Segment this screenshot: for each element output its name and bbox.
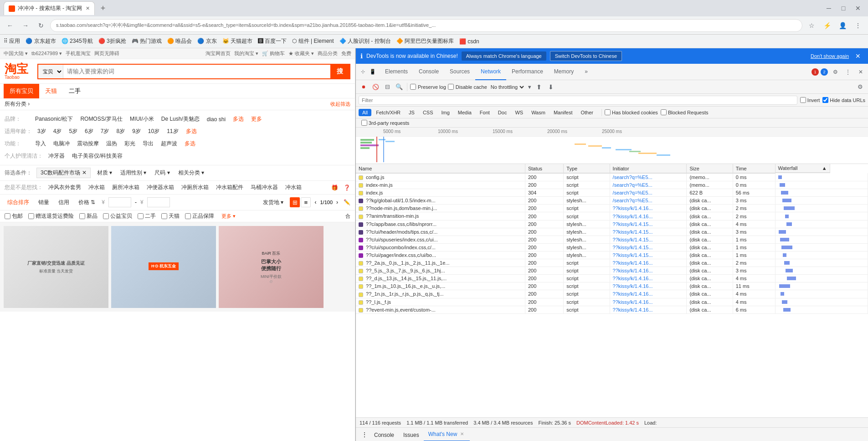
list-view-btn[interactable]: ≡ [301, 197, 311, 207]
initiator-link[interactable]: ??kissy/k/1.4.16... [613, 283, 653, 289]
type-ws[interactable]: WS [511, 109, 527, 116]
func-color[interactable]: 彩光 [123, 139, 137, 148]
func-export[interactable]: 导出 [141, 139, 155, 148]
check-second[interactable]: 二手 [138, 212, 156, 220]
row-initiator[interactable]: ??kissy/k/1.4.16... [610, 282, 687, 290]
disable-cache-label[interactable]: Disable cache [448, 84, 487, 90]
filter-input[interactable] [359, 96, 797, 105]
more-filters-btn[interactable]: 更多 ▾ [221, 213, 236, 220]
tb-nav-tmall[interactable]: 天猫 [39, 84, 63, 98]
table-row[interactable]: ??anim/transition-min.js 200 script ??ki… [356, 212, 868, 220]
bookmark-btn[interactable]: ☆ [805, 19, 818, 32]
product-card-2[interactable]: H·D 杭东五金 [111, 226, 216, 308]
menu-btn[interactable]: ⋮ [852, 19, 864, 32]
row-initiator[interactable]: /search?q=%E5... [610, 181, 687, 189]
type-doc[interactable]: Doc [494, 109, 511, 116]
type-css[interactable]: CSS [419, 109, 437, 116]
bottom-tab-console[interactable]: Console [370, 428, 399, 441]
blocked-cookies-checkbox[interactable] [605, 109, 611, 115]
brand-miui[interactable]: MIUI/小米 [128, 115, 156, 123]
table-row[interactable]: ??node-min.js,dom/base-min.j... 200 scri… [356, 205, 868, 212]
brand-multi[interactable]: 多选 [231, 115, 246, 123]
col-header-status[interactable]: Status [525, 164, 563, 173]
check-return[interactable]: 赠送退货运费险 [28, 212, 74, 220]
third-party-label[interactable]: 3rd-party requests [361, 120, 409, 126]
func-pc[interactable]: 电脑冲 [51, 139, 72, 148]
col-header-type[interactable]: Type [564, 164, 610, 173]
preserve-log-checkbox[interactable] [410, 84, 416, 90]
profile-btn[interactable]: 👤 [836, 19, 849, 32]
bookmark-vip[interactable]: 🟠 唯品会 [167, 37, 192, 45]
edit-icon[interactable]: ✏️ [344, 199, 350, 205]
row-initiator[interactable]: ??kissy/k/1.4.16... [610, 205, 687, 212]
new-tab-btn[interactable]: + [97, 2, 109, 15]
row-initiator[interactable]: ??kissy/k/1.4.16... [610, 275, 687, 282]
tab-console[interactable]: Console [413, 64, 444, 80]
tb-account[interactable]: tb62247989 ▾ [31, 51, 62, 56]
initiator-link[interactable]: ??kissy/k/1.4.15... [613, 221, 653, 227]
cond-gender[interactable]: 适用性别 ▾ [118, 169, 148, 177]
type-img[interactable]: Img [438, 109, 453, 116]
initiator-link[interactable]: ??kissy/k/1.4.16... [613, 307, 653, 313]
whatsnew-close-btn[interactable]: ✕ [459, 431, 465, 437]
brand-more[interactable]: 更多 [249, 115, 264, 123]
active-browser-tab[interactable]: 冲冲冲 - 搜索结果 - 淘宝网 ✕ [4, 1, 95, 15]
address-bar[interactable]: s.taobao.com/search?q=冲冲冲&imgfile=&comme… [50, 19, 802, 32]
tab-network[interactable]: Network [475, 64, 506, 80]
export-btn[interactable]: ⬇ [546, 82, 556, 92]
filter-toggle-btn[interactable]: ⊟ [382, 82, 392, 92]
sort-credit[interactable]: 信用 [56, 198, 72, 207]
initiator-link[interactable]: /search?q=%E5... [613, 182, 652, 188]
type-media[interactable]: Media [454, 109, 475, 116]
initiator-link[interactable]: ??kissy/k/1.4.16... [613, 276, 653, 281]
func-import[interactable]: 导入 [33, 139, 48, 148]
personal-beauty[interactable]: 电子美容仪/科技美容 [70, 152, 124, 160]
initiator-link[interactable]: /search?q=%E5... [613, 174, 652, 180]
preserve-log-label[interactable]: Preserve log [410, 84, 446, 90]
initiator-link[interactable]: ??kissy/k/1.4.16... [613, 205, 653, 211]
cond-related[interactable]: 相关分类 ▾ [176, 169, 206, 177]
import-btn[interactable]: ⬆ [534, 82, 544, 92]
age-multi[interactable]: 多选 [184, 127, 199, 136]
hide-data-urls-label[interactable]: Hide data URLs [822, 97, 865, 103]
sort-price[interactable]: 价格 ⇅ [76, 198, 98, 207]
check-new[interactable]: 新品 [79, 212, 98, 220]
tb-search-input[interactable] [63, 65, 330, 78]
check-tmall[interactable]: 天猫 [161, 212, 180, 220]
bookmark-iconfont[interactable]: 🔶 阿里巴巴矢量图标库 [396, 37, 454, 45]
gear-btn[interactable]: ⚙ [855, 82, 865, 92]
func-heat[interactable]: 温热 [104, 139, 119, 148]
dont-show-again-link[interactable]: Don't show again [811, 53, 849, 59]
table-row[interactable]: ??_d.js,_13.js,_14.js,_15.js,_11.js,... … [356, 275, 868, 282]
bookmark-apps[interactable]: ⠿ 应用 [4, 37, 20, 45]
row-initiator[interactable]: ??kissy/k/1.4.16... [610, 298, 687, 306]
minimize-btn[interactable]: ─ [822, 2, 835, 15]
check-free-ship[interactable]: 包邮 [5, 212, 23, 220]
initiator-link[interactable]: ??kissy/k/1.4.15... [613, 237, 653, 242]
tab-close-btn[interactable]: ✕ [86, 5, 90, 11]
col-header-initiator[interactable]: Initiator [610, 164, 687, 173]
tb-nav-second[interactable]: 二手 [63, 84, 87, 98]
blocked-cookies-label[interactable]: Has blocked cookies [605, 109, 658, 115]
tb-search-category[interactable]: 宝贝 [38, 65, 63, 78]
brand-diaoshi[interactable]: diao shi [205, 116, 227, 123]
check-genuine[interactable]: 正品保障 [185, 212, 214, 220]
tb-collect-filter[interactable]: 收起筛选 [330, 101, 350, 108]
row-initiator[interactable]: /search?q=%E5... [610, 173, 687, 181]
col-header-name[interactable]: Name [356, 164, 525, 173]
cursor-icon-btn[interactable]: ⊹ [358, 67, 368, 77]
row-initiator[interactable]: /search?q=%E5... [610, 189, 687, 197]
tb-allcat-link[interactable]: 所有分类 › [5, 100, 30, 108]
initiator-link[interactable]: ??kissy/k/1.4.16... [613, 214, 653, 219]
bottom-menu-icon[interactable]: ⋮ [360, 430, 370, 440]
initiator-link[interactable]: ??kissy/k/1.4.16... [613, 291, 653, 297]
maximize-btn[interactable]: □ [837, 2, 850, 15]
type-font[interactable]: Font [476, 109, 493, 116]
hide-data-urls-checkbox[interactable] [822, 97, 828, 103]
suggest-2[interactable]: 冲水箱 [87, 183, 107, 192]
suggest-7[interactable]: 马桶冲水器 [249, 183, 280, 192]
clear-btn[interactable]: 🚫 [370, 82, 380, 92]
age-5[interactable]: 5岁 [67, 127, 79, 136]
type-fetch-xhr[interactable]: Fetch/XHR [372, 109, 404, 116]
bookmark-tmall[interactable]: 🐱 天猫超市 [222, 37, 252, 45]
